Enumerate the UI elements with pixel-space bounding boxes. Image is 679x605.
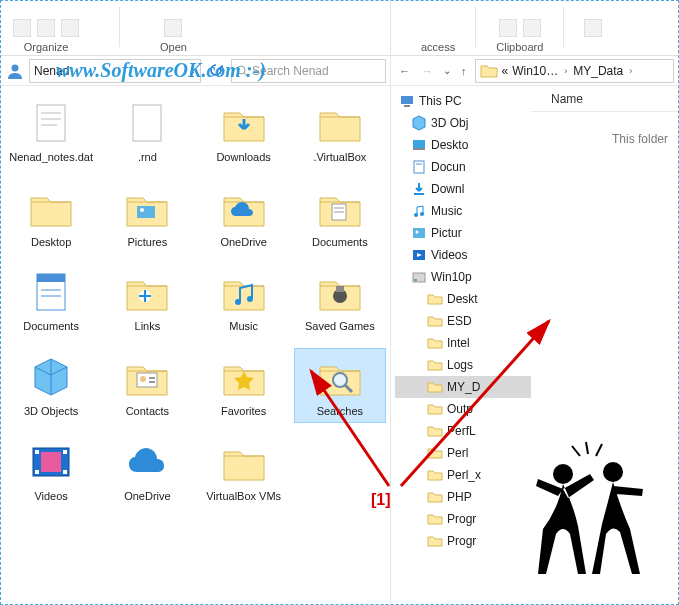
folder-music-icon — [220, 268, 268, 316]
svg-rect-44 — [413, 140, 425, 148]
file-item[interactable]: OneDrive — [198, 179, 290, 254]
svg-rect-37 — [63, 470, 67, 474]
file-item-label: Documents — [312, 236, 368, 249]
video-icon-icon — [27, 438, 75, 486]
svg-rect-35 — [35, 470, 39, 474]
file-item[interactable]: Saved Games — [294, 263, 386, 338]
breadcrumb[interactable]: Win10… — [512, 64, 558, 78]
up-button[interactable]: ↑ — [457, 65, 471, 77]
folder-icon — [427, 423, 443, 439]
folder-icon — [427, 379, 443, 395]
svg-rect-12 — [137, 206, 155, 218]
svg-line-63 — [596, 444, 602, 456]
file-item-label: OneDrive — [220, 236, 266, 249]
ribbon-left: Organize Open — [1, 1, 390, 56]
file-item[interactable]: .rnd — [101, 94, 193, 169]
file-item[interactable]: Downloads — [198, 94, 290, 169]
folder-doc-icon — [316, 184, 364, 232]
breadcrumb[interactable]: « — [502, 64, 509, 78]
tree-subitem[interactable]: Deskt — [395, 288, 531, 310]
file-item[interactable]: Documents — [294, 179, 386, 254]
file-item[interactable]: VirtualBox VMs — [198, 433, 290, 508]
column-header-name[interactable]: Name — [531, 86, 678, 112]
file-grid[interactable]: Nenad_notes.dat.rndDownloads.VirtualBoxD… — [1, 86, 390, 604]
forward-button[interactable]: → — [418, 65, 437, 77]
folder-icon — [27, 184, 75, 232]
tree-item[interactable]: Music — [395, 200, 531, 222]
file-item[interactable]: Searches — [294, 348, 386, 423]
file-item[interactable]: Contacts — [101, 348, 193, 423]
ribbon-group-clipboard[interactable]: Clipboard — [496, 19, 543, 53]
history-dropdown[interactable]: ⌄ — [441, 65, 453, 76]
folder-cloud-icon — [220, 184, 268, 232]
empty-folder-text: This folder — [531, 112, 678, 146]
ribbon-access-label: access — [421, 41, 455, 53]
ribbon-group-organize[interactable]: Organize — [13, 19, 79, 53]
tree-item[interactable]: Docun — [395, 156, 531, 178]
file-blank-icon — [123, 99, 171, 147]
tree-subitem[interactable]: Outp — [395, 398, 531, 420]
folder-pic-icon — [123, 184, 171, 232]
chevron-right-icon: › — [562, 66, 569, 76]
dl-icon — [411, 181, 427, 197]
folder-icon — [427, 357, 443, 373]
file-item[interactable]: Music — [198, 263, 290, 338]
file-item[interactable]: 3D Objects — [5, 348, 97, 423]
file-item[interactable]: Links — [101, 263, 193, 338]
svg-rect-34 — [35, 450, 39, 454]
file-item-label: Desktop — [31, 236, 71, 249]
ribbon-clipboard-label: Clipboard — [496, 41, 543, 53]
refresh-button[interactable] — [205, 63, 227, 79]
address-box-left[interactable]: Nenad ⌄ — [29, 59, 201, 83]
folder-game-icon — [316, 268, 364, 316]
clipboard-icon — [499, 19, 517, 37]
tree-item[interactable]: Pictur — [395, 222, 531, 244]
tree-subitem[interactable]: MY_D — [395, 376, 531, 398]
address-current-folder: Nenad — [34, 64, 69, 78]
left-explorer-pane: Organize Open Nenad ⌄ Se — [1, 1, 391, 604]
ribbon-group-extra[interactable] — [584, 19, 602, 53]
file-item[interactable]: Desktop — [5, 179, 97, 254]
svg-line-62 — [586, 442, 588, 454]
folder-link-icon — [123, 268, 171, 316]
svg-line-64 — [572, 446, 580, 456]
tree-subitem[interactable]: Intel — [395, 332, 531, 354]
user-icon — [5, 61, 25, 81]
breadcrumb[interactable]: MY_Data — [573, 64, 623, 78]
file-item[interactable]: Pictures — [101, 179, 193, 254]
tree-subitem[interactable]: ESD — [395, 310, 531, 332]
file-item[interactable]: Nenad_notes.dat — [5, 94, 97, 169]
tree-item[interactable]: Videos — [395, 244, 531, 266]
svg-rect-0 — [13, 19, 31, 37]
tree-item[interactable]: Downl — [395, 178, 531, 200]
ribbon-group-open[interactable]: Open — [160, 19, 187, 53]
folder-icon — [427, 335, 443, 351]
search-input-left[interactable]: Search Nenad — [231, 59, 386, 83]
file-item[interactable]: Documents — [5, 263, 97, 338]
svg-rect-43 — [404, 105, 410, 107]
file-item[interactable]: .VirtualBox — [294, 94, 386, 169]
svg-point-5 — [237, 66, 245, 74]
folder-icon — [427, 511, 443, 527]
back-button[interactable]: ← — [395, 65, 414, 77]
svg-rect-38 — [41, 452, 61, 472]
file-item[interactable]: Favorites — [198, 348, 290, 423]
svg-rect-29 — [149, 381, 155, 383]
doc-icon — [411, 159, 427, 175]
file-item-label: Nenad_notes.dat — [9, 151, 93, 164]
file-item-label: Videos — [34, 490, 67, 503]
svg-rect-41 — [584, 19, 602, 37]
tree-item[interactable]: 3D Obj — [395, 112, 531, 134]
file-item[interactable]: Videos — [5, 433, 97, 508]
svg-point-30 — [333, 373, 347, 387]
address-box-right[interactable]: « Win10… › MY_Data › — [475, 59, 675, 83]
doc-icon-icon — [27, 268, 75, 316]
folder-dl-icon — [220, 99, 268, 147]
folder-search-icon — [316, 353, 364, 401]
tree-root[interactable]: This PC — [395, 90, 531, 112]
tree-item[interactable]: Deskto — [395, 134, 531, 156]
tree-item[interactable]: Win10p — [395, 266, 531, 288]
file-item[interactable]: OneDrive — [101, 433, 193, 508]
3d-icon-icon — [27, 353, 75, 401]
tree-subitem[interactable]: Logs — [395, 354, 531, 376]
